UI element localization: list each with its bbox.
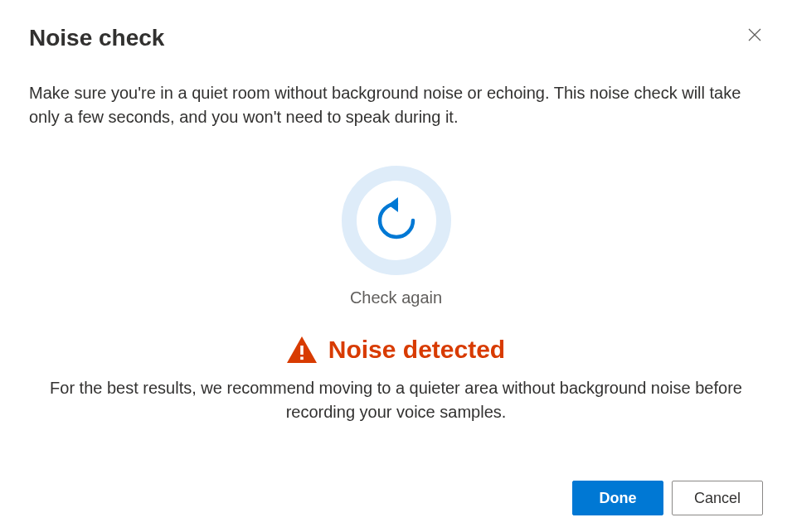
alert-message: For the best results, we recommend movin… — [29, 376, 763, 424]
dialog-footer: Done Cancel — [572, 481, 763, 515]
done-button[interactable]: Done — [572, 481, 663, 515]
check-section: Check again — [29, 166, 763, 307]
dialog-description: Make sure you're in a quiet room without… — [29, 81, 763, 129]
alert-section: Noise detected For the best results, we … — [29, 336, 763, 424]
dialog-title: Noise check — [29, 25, 164, 51]
svg-rect-2 — [300, 346, 304, 355]
close-button[interactable] — [741, 22, 768, 48]
noise-check-dialog: Noise check Make sure you're in a quiet … — [0, 0, 792, 532]
warning-icon — [287, 336, 317, 363]
check-again-label: Check again — [350, 288, 442, 307]
retry-icon — [373, 197, 420, 244]
check-again-button[interactable] — [342, 166, 451, 275]
close-icon — [748, 28, 761, 41]
alert-title: Noise detected — [328, 336, 505, 364]
svg-rect-3 — [300, 357, 304, 360]
alert-header: Noise detected — [287, 336, 505, 364]
dialog-header: Noise check — [29, 25, 763, 51]
cancel-button[interactable]: Cancel — [672, 481, 763, 515]
